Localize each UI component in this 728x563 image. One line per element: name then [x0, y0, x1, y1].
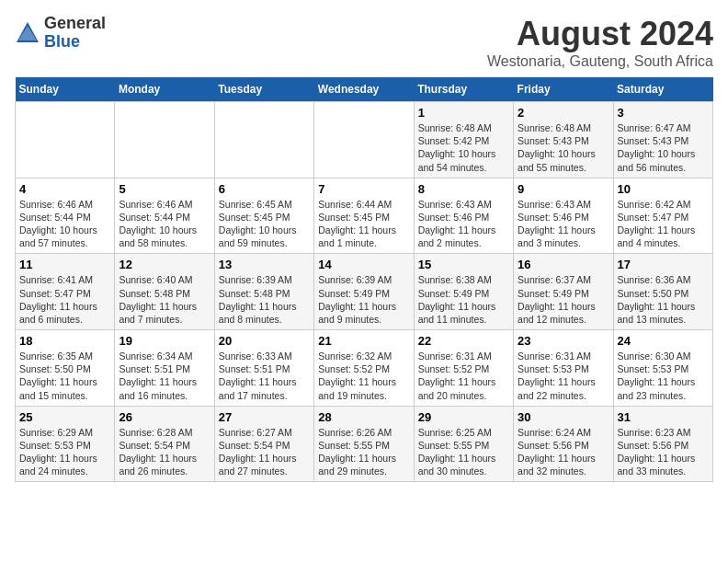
calendar-cell: 30Sunrise: 6:24 AM Sunset: 5:56 PM Dayli… [514, 406, 613, 482]
day-detail: Sunrise: 6:44 AM Sunset: 5:45 PM Dayligh… [318, 198, 409, 250]
day-number: 9 [518, 182, 609, 196]
logo-icon [15, 20, 40, 46]
calendar-cell: 22Sunrise: 6:31 AM Sunset: 5:52 PM Dayli… [414, 330, 513, 407]
calendar-cell: 3Sunrise: 6:47 AM Sunset: 5:43 PM Daylig… [613, 102, 712, 178]
day-detail: Sunrise: 6:35 AM Sunset: 5:50 PM Dayligh… [19, 350, 110, 402]
calendar-table: SundayMondayTuesdayWednesdayThursdayFrid… [15, 77, 713, 482]
day-detail: Sunrise: 6:24 AM Sunset: 5:56 PM Dayligh… [518, 426, 609, 478]
day-number: 18 [19, 334, 110, 348]
weekday-header-friday: Friday [514, 77, 613, 102]
calendar-cell: 2Sunrise: 6:48 AM Sunset: 5:43 PM Daylig… [514, 102, 613, 178]
calendar-cell: 31Sunrise: 6:23 AM Sunset: 5:56 PM Dayli… [613, 406, 712, 482]
weekday-header-monday: Monday [115, 77, 214, 102]
calendar-cell: 28Sunrise: 6:26 AM Sunset: 5:55 PM Dayli… [314, 406, 414, 482]
day-number: 13 [219, 258, 310, 271]
day-detail: Sunrise: 6:26 AM Sunset: 5:55 PM Dayligh… [318, 426, 409, 478]
day-number: 31 [618, 410, 709, 424]
calendar-cell: 19Sunrise: 6:34 AM Sunset: 5:51 PM Dayli… [115, 330, 214, 407]
day-number: 24 [618, 334, 709, 348]
day-number: 26 [119, 410, 210, 424]
calendar-cell: 12Sunrise: 6:40 AM Sunset: 5:48 PM Dayli… [115, 254, 214, 330]
day-number: 8 [418, 182, 509, 196]
weekday-header-tuesday: Tuesday [214, 77, 313, 102]
weekday-header-saturday: Saturday [613, 77, 712, 102]
logo-blue: Blue [44, 33, 106, 52]
weekday-header-row: SundayMondayTuesdayWednesdayThursdayFrid… [16, 77, 713, 102]
day-number: 29 [418, 410, 509, 424]
main-title: August 2024 [487, 15, 713, 53]
day-detail: Sunrise: 6:43 AM Sunset: 5:46 PM Dayligh… [418, 198, 509, 250]
day-detail: Sunrise: 6:46 AM Sunset: 5:44 PM Dayligh… [19, 198, 110, 250]
day-number: 10 [618, 182, 709, 196]
day-detail: Sunrise: 6:46 AM Sunset: 5:44 PM Dayligh… [119, 198, 210, 250]
week-row-5: 25Sunrise: 6:29 AM Sunset: 5:53 PM Dayli… [16, 406, 713, 482]
svg-marker-1 [18, 26, 37, 40]
week-row-4: 18Sunrise: 6:35 AM Sunset: 5:50 PM Dayli… [16, 330, 713, 407]
calendar-cell: 20Sunrise: 6:33 AM Sunset: 5:51 PM Dayli… [214, 330, 313, 407]
calendar-cell: 17Sunrise: 6:36 AM Sunset: 5:50 PM Dayli… [613, 254, 712, 330]
calendar-cell: 11Sunrise: 6:41 AM Sunset: 5:47 PM Dayli… [16, 254, 115, 330]
weekday-header-sunday: Sunday [16, 77, 115, 102]
calendar-cell: 29Sunrise: 6:25 AM Sunset: 5:55 PM Dayli… [414, 406, 513, 482]
day-number: 5 [119, 182, 210, 196]
calendar-cell: 10Sunrise: 6:42 AM Sunset: 5:47 PM Dayli… [613, 178, 712, 254]
calendar-cell: 14Sunrise: 6:39 AM Sunset: 5:49 PM Dayli… [314, 254, 414, 330]
day-number: 23 [518, 334, 609, 348]
day-detail: Sunrise: 6:28 AM Sunset: 5:54 PM Dayligh… [119, 426, 210, 478]
day-number: 20 [219, 334, 310, 348]
calendar-cell [314, 102, 414, 178]
day-number: 7 [318, 182, 409, 196]
day-detail: Sunrise: 6:32 AM Sunset: 5:52 PM Dayligh… [318, 350, 409, 402]
calendar-cell: 1Sunrise: 6:48 AM Sunset: 5:42 PM Daylig… [414, 102, 513, 178]
day-number: 17 [618, 258, 709, 271]
title-block: August 2024 Westonaria, Gauteng, South A… [487, 15, 713, 70]
calendar-cell: 8Sunrise: 6:43 AM Sunset: 5:46 PM Daylig… [414, 178, 513, 254]
day-number: 16 [518, 258, 609, 271]
day-detail: Sunrise: 6:27 AM Sunset: 5:54 PM Dayligh… [219, 426, 310, 478]
day-detail: Sunrise: 6:34 AM Sunset: 5:51 PM Dayligh… [119, 350, 210, 402]
day-number: 30 [518, 410, 609, 424]
day-detail: Sunrise: 6:30 AM Sunset: 5:53 PM Dayligh… [618, 350, 709, 402]
day-detail: Sunrise: 6:31 AM Sunset: 5:52 PM Dayligh… [418, 350, 509, 402]
header: General Blue August 2024 Westonaria, Gau… [15, 15, 713, 70]
day-detail: Sunrise: 6:39 AM Sunset: 5:48 PM Dayligh… [219, 273, 310, 326]
day-detail: Sunrise: 6:33 AM Sunset: 5:51 PM Dayligh… [219, 350, 310, 402]
subtitle: Westonaria, Gauteng, South Africa [487, 53, 713, 70]
week-row-3: 11Sunrise: 6:41 AM Sunset: 5:47 PM Dayli… [16, 254, 713, 330]
day-detail: Sunrise: 6:37 AM Sunset: 5:49 PM Dayligh… [518, 273, 609, 326]
day-detail: Sunrise: 6:47 AM Sunset: 5:43 PM Dayligh… [618, 121, 709, 174]
calendar-cell: 16Sunrise: 6:37 AM Sunset: 5:49 PM Dayli… [514, 254, 613, 330]
day-number: 28 [318, 410, 409, 424]
calendar-cell: 7Sunrise: 6:44 AM Sunset: 5:45 PM Daylig… [314, 178, 414, 254]
day-detail: Sunrise: 6:25 AM Sunset: 5:55 PM Dayligh… [418, 426, 509, 478]
day-number: 11 [19, 258, 110, 271]
calendar-cell: 13Sunrise: 6:39 AM Sunset: 5:48 PM Dayli… [214, 254, 313, 330]
day-number: 22 [418, 334, 509, 348]
week-row-1: 1Sunrise: 6:48 AM Sunset: 5:42 PM Daylig… [16, 102, 713, 178]
day-detail: Sunrise: 6:23 AM Sunset: 5:56 PM Dayligh… [618, 426, 709, 478]
calendar-cell: 25Sunrise: 6:29 AM Sunset: 5:53 PM Dayli… [16, 406, 115, 482]
calendar-cell: 15Sunrise: 6:38 AM Sunset: 5:49 PM Dayli… [414, 254, 513, 330]
calendar-cell [16, 102, 115, 178]
day-number: 6 [219, 182, 310, 196]
day-detail: Sunrise: 6:31 AM Sunset: 5:53 PM Dayligh… [518, 350, 609, 402]
day-number: 19 [119, 334, 210, 348]
logo-general: General [44, 15, 106, 33]
week-row-2: 4Sunrise: 6:46 AM Sunset: 5:44 PM Daylig… [16, 178, 713, 254]
day-detail: Sunrise: 6:45 AM Sunset: 5:45 PM Dayligh… [219, 198, 310, 250]
day-detail: Sunrise: 6:43 AM Sunset: 5:46 PM Dayligh… [518, 198, 609, 250]
day-detail: Sunrise: 6:48 AM Sunset: 5:43 PM Dayligh… [518, 121, 609, 174]
calendar-cell: 21Sunrise: 6:32 AM Sunset: 5:52 PM Dayli… [314, 330, 414, 407]
calendar-cell [115, 102, 214, 178]
logo: General Blue [15, 15, 106, 52]
calendar-cell: 4Sunrise: 6:46 AM Sunset: 5:44 PM Daylig… [16, 178, 115, 254]
day-number: 3 [618, 106, 709, 120]
calendar-cell: 23Sunrise: 6:31 AM Sunset: 5:53 PM Dayli… [514, 330, 613, 407]
day-number: 21 [318, 334, 409, 348]
day-number: 12 [119, 258, 210, 271]
calendar-cell: 6Sunrise: 6:45 AM Sunset: 5:45 PM Daylig… [214, 178, 313, 254]
day-detail: Sunrise: 6:39 AM Sunset: 5:49 PM Dayligh… [318, 273, 409, 326]
day-number: 1 [418, 106, 509, 120]
day-number: 2 [518, 106, 609, 120]
calendar-cell: 26Sunrise: 6:28 AM Sunset: 5:54 PM Dayli… [115, 406, 214, 482]
